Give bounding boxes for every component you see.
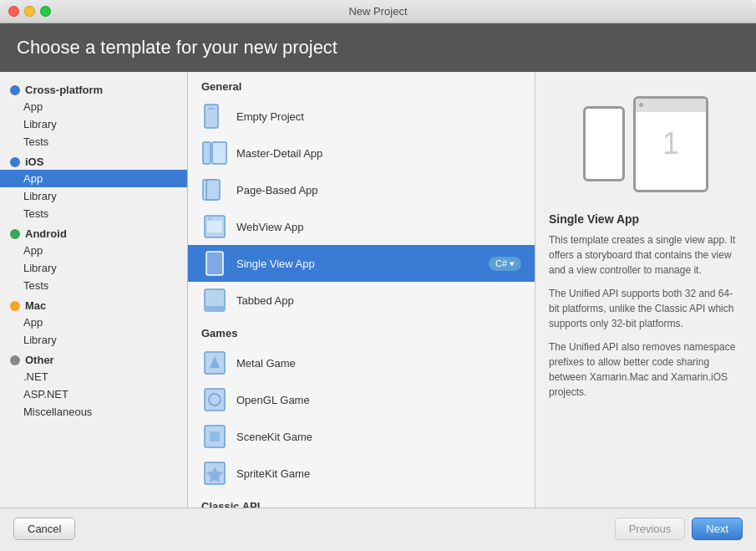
sidebar-item-android-tests[interactable]: Tests xyxy=(0,277,187,294)
section-classic-header: Classic API xyxy=(188,492,535,508)
svg-rect-3 xyxy=(212,142,226,164)
sidebar-item-ios-library[interactable]: Library xyxy=(0,187,187,205)
svg-rect-5 xyxy=(206,180,220,200)
sidebar-item-ios-app[interactable]: App xyxy=(0,170,187,187)
group-dot-mac xyxy=(10,301,20,311)
section-general-header: General xyxy=(188,72,535,98)
template-icon-page-based xyxy=(201,176,228,203)
preview-title: Single View App xyxy=(549,212,743,226)
sidebar-group-other: Other xyxy=(0,349,187,368)
main-layout: Cross-platform App Library Tests iOS App… xyxy=(0,72,756,508)
sidebar-item-mac-app[interactable]: App xyxy=(0,314,187,331)
preview-description-3: The Unified API also removes namespace p… xyxy=(549,339,743,400)
template-metal-game[interactable]: Metal Game xyxy=(188,344,535,381)
window-title: New Project xyxy=(348,5,407,18)
sidebar-item-android-app[interactable]: App xyxy=(0,242,187,259)
template-label-scenekit: SceneKit Game xyxy=(236,431,312,443)
template-page-based[interactable]: Page-Based App xyxy=(188,171,535,208)
minimize-button[interactable] xyxy=(24,6,35,17)
template-icon-master-detail xyxy=(201,140,228,166)
svg-rect-7 xyxy=(207,221,222,232)
group-dot-other xyxy=(10,355,20,365)
template-label-empty-project: Empty Project xyxy=(236,110,304,123)
group-dot-cross-platform xyxy=(10,85,20,95)
page-title: Choose a template for your new project xyxy=(17,37,739,59)
template-icon-empty xyxy=(201,103,228,130)
tablet-header xyxy=(636,99,706,112)
device-tablet: 1 xyxy=(633,96,708,192)
preview-description-2: The Unified API supports both 32 and 64-… xyxy=(549,286,743,331)
footer-right: Previous Next xyxy=(615,518,743,540)
footer-left: Cancel xyxy=(13,518,615,540)
sidebar-group-label-mac: Mac xyxy=(25,299,46,312)
template-icon-single-view xyxy=(201,250,228,277)
template-opengl-game[interactable]: OpenGL Game xyxy=(188,381,535,418)
template-empty-project[interactable]: Empty Project xyxy=(188,98,535,135)
template-label-master-detail: Master-Detail App xyxy=(236,147,322,160)
footer: Cancel Previous Next xyxy=(0,508,756,549)
template-master-detail[interactable]: Master-Detail App xyxy=(188,135,535,171)
language-label: C# xyxy=(495,258,507,268)
template-icon-spritekit xyxy=(201,460,228,487)
svg-rect-1 xyxy=(208,108,215,110)
title-bar-buttons xyxy=(8,6,51,17)
template-label-tabbed: Tabbed App xyxy=(236,294,294,307)
preview-description-1: This template creates a single view app.… xyxy=(549,232,743,278)
svg-rect-14 xyxy=(205,389,225,411)
template-label-page-based: Page-Based App xyxy=(236,184,318,196)
sidebar-group-label-ios: iOS xyxy=(25,156,43,168)
sidebar-item-cp-library[interactable]: Library xyxy=(0,115,187,133)
sidebar-item-mac-library[interactable]: Library xyxy=(0,331,187,349)
template-icon-opengl xyxy=(201,386,228,413)
group-dot-android xyxy=(10,229,20,239)
template-icon-scenekit xyxy=(201,423,228,450)
sidebar-group-label-android: Android xyxy=(25,227,67,240)
close-button[interactable] xyxy=(8,6,19,17)
tablet-header-dot xyxy=(639,103,643,107)
template-label-spritekit: SpriteKit Game xyxy=(236,467,310,480)
cancel-button[interactable]: Cancel xyxy=(13,518,75,540)
preview-devices: 1 xyxy=(583,96,708,192)
group-dot-ios xyxy=(10,157,20,167)
template-icon-webview xyxy=(201,213,228,240)
sidebar-group-ios: iOS xyxy=(0,151,187,170)
template-icon-tabbed xyxy=(201,287,228,314)
language-chevron: ▾ xyxy=(510,258,515,269)
template-spritekit-game[interactable]: SpriteKit Game xyxy=(188,455,535,492)
sidebar-item-other-aspnet[interactable]: ASP.NET xyxy=(0,385,187,403)
sidebar-item-android-library[interactable]: Library xyxy=(0,259,187,277)
template-list: General Empty Project Master-Detail App … xyxy=(188,72,535,508)
preview-panel: 1 Single View App This template creates … xyxy=(535,72,756,508)
device-phone xyxy=(583,106,625,181)
sidebar-item-cp-tests[interactable]: Tests xyxy=(0,133,187,151)
template-icon-metal xyxy=(201,349,228,376)
template-label-opengl: OpenGL Game xyxy=(236,394,310,406)
previous-button[interactable]: Previous xyxy=(615,518,686,540)
template-tabbed[interactable]: Tabbed App xyxy=(188,282,535,319)
sidebar-group-mac: Mac xyxy=(0,294,187,314)
template-scenekit-game[interactable]: SceneKit Game xyxy=(188,418,535,455)
template-single-view[interactable]: Single View App C# ▾ xyxy=(188,245,535,282)
template-label-single-view: Single View App xyxy=(236,258,315,270)
sidebar-item-other-misc[interactable]: Miscellaneous xyxy=(0,403,187,421)
svg-rect-2 xyxy=(203,142,211,164)
sidebar-item-cp-app[interactable]: App xyxy=(0,98,187,115)
section-games-header: Games xyxy=(188,319,535,344)
sidebar-group-label-other: Other xyxy=(25,354,54,366)
template-label-webview: WebView App xyxy=(236,221,303,233)
title-bar: New Project xyxy=(0,0,756,23)
header: Choose a template for your new project xyxy=(0,23,756,72)
sidebar-group-android: Android xyxy=(0,222,187,242)
preview-image: 1 xyxy=(549,85,743,202)
template-label-metal: Metal Game xyxy=(236,357,296,370)
sidebar-group-cross-platform: Cross-platform xyxy=(0,79,187,98)
sidebar-item-other-net[interactable]: .NET xyxy=(0,368,187,385)
sidebar-item-ios-tests[interactable]: Tests xyxy=(0,205,187,222)
language-badge[interactable]: C# ▾ xyxy=(489,257,521,271)
next-button[interactable]: Next xyxy=(692,518,743,540)
template-webview[interactable]: WebView App xyxy=(188,208,535,245)
maximize-button[interactable] xyxy=(40,6,51,17)
svg-rect-11 xyxy=(205,306,225,311)
device-number: 1 xyxy=(662,126,679,161)
svg-rect-9 xyxy=(206,252,223,275)
